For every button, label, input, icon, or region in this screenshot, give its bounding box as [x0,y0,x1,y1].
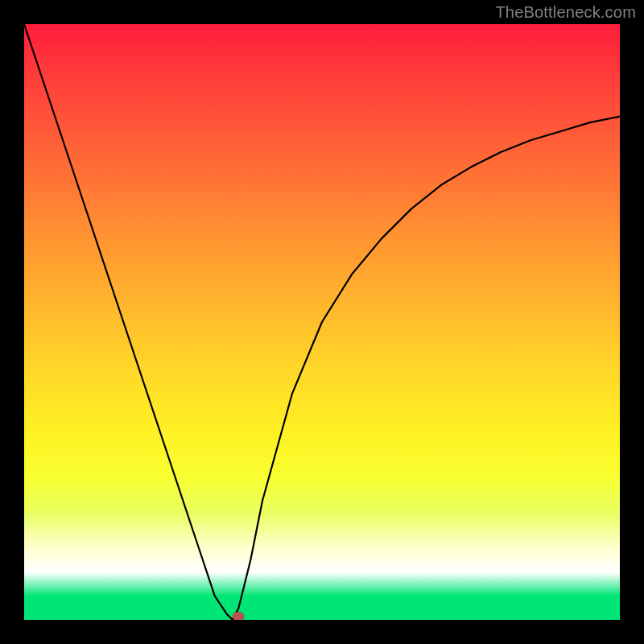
minimum-marker [233,612,244,620]
curve-svg [24,24,620,620]
bottleneck-curve-path [24,24,620,620]
plot-area [24,24,620,620]
chart-frame: TheBottleneck.com [0,0,644,644]
watermark-text: TheBottleneck.com [495,3,636,22]
